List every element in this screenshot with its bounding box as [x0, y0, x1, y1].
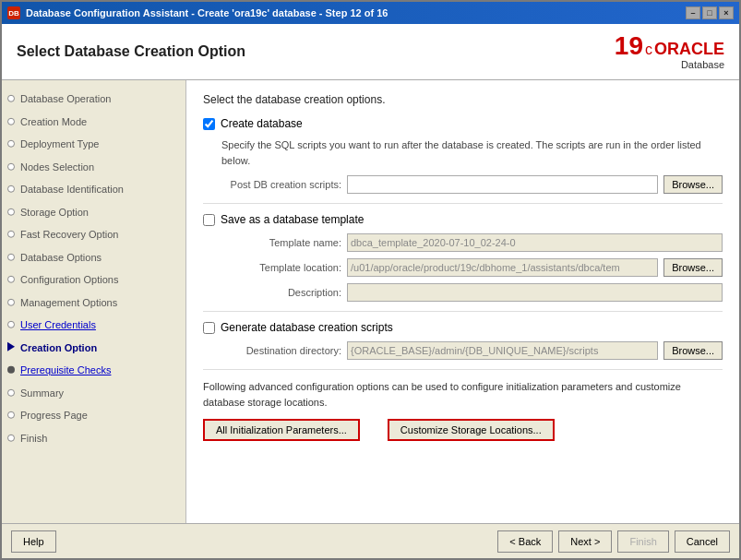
bullet-circle-icon	[7, 231, 15, 238]
oracle-version: 19	[615, 33, 643, 59]
help-button[interactable]: Help	[11, 530, 56, 553]
post-db-scripts-input[interactable]	[347, 175, 658, 194]
save-template-checkbox[interactable]	[203, 214, 215, 226]
post-db-scripts-browse-button[interactable]: Browse...	[663, 175, 723, 194]
cancel-button[interactable]: Cancel	[675, 530, 730, 553]
script-description: Specify the SQL scripts you want to run …	[221, 137, 723, 168]
advanced-buttons-area: All Initialization Parameters... Customi…	[203, 419, 723, 441]
sidebar-item-nodes-selection: Nodes Selection	[2, 156, 185, 179]
bullet-circle-icon	[7, 389, 15, 397]
oracle-logo: 19c ORACLE Database	[615, 33, 724, 70]
create-database-row: Create database	[203, 117, 723, 130]
create-database-block: Specify the SQL scripts you want to run …	[221, 137, 723, 194]
bullet-circle-icon	[7, 209, 15, 216]
template-browse-button[interactable]: Browse...	[663, 258, 723, 277]
create-database-checkbox[interactable]	[203, 118, 215, 130]
sidebar-item-user-credentials[interactable]: User Credentials	[2, 314, 185, 337]
bullet-circle-icon	[7, 185, 15, 193]
bullet-circle-icon	[7, 118, 15, 125]
bullet-circle-icon	[7, 299, 15, 306]
sidebar-item-storage-option: Storage Option	[2, 201, 185, 224]
title-bar: DB Database Configuration Assistant - Cr…	[2, 2, 739, 24]
main-content: Select Database Creation Option 19c ORAC…	[2, 24, 739, 558]
main-window: DB Database Configuration Assistant - Cr…	[0, 0, 741, 560]
sidebar-item-creation-mode: Creation Mode	[2, 111, 185, 134]
window-controls: – □ ×	[686, 6, 734, 19]
oracle-subtitle: Database	[615, 59, 724, 70]
template-fields-block: Template name: Template location: Browse…	[221, 233, 723, 302]
template-location-label: Template location:	[221, 262, 341, 273]
generate-scripts-row: Generate database creation scripts	[203, 321, 723, 334]
footer-right: < Back Next > Finish Cancel	[497, 530, 730, 553]
all-init-params-button[interactable]: All Initialization Parameters...	[203, 419, 360, 441]
destination-dir-row: Destination directory: Browse...	[221, 341, 723, 360]
sidebar-item-database-identification: Database Identification	[2, 178, 185, 201]
page-header: Select Database Creation Option 19c ORAC…	[2, 24, 739, 80]
minimize-button[interactable]: –	[686, 6, 700, 19]
generate-scripts-label[interactable]: Generate database creation scripts	[221, 321, 393, 334]
create-database-label[interactable]: Create database	[221, 117, 303, 130]
advanced-description: Following advanced configuration options…	[203, 379, 723, 410]
template-name-label: Template name:	[221, 237, 341, 248]
sidebar-item-deployment-type: Deployment Type	[2, 133, 185, 156]
body-area: Database Operation Creation Mode Deploym…	[2, 80, 739, 523]
bullet-circle-icon	[7, 411, 15, 419]
bullet-circle-icon	[7, 254, 15, 261]
content-panel: Select the database creation options. Cr…	[186, 80, 739, 523]
bullet-circle-icon	[7, 321, 15, 328]
save-template-row: Save as a database template	[203, 213, 723, 226]
sidebar-item-fast-recovery-option: Fast Recovery Option	[2, 223, 185, 246]
sidebar-item-creation-option[interactable]: Creation Option	[2, 337, 185, 360]
bullet-circle-icon	[7, 140, 15, 148]
template-name-row: Template name:	[221, 233, 723, 252]
bullet-circle-icon	[7, 276, 15, 283]
sidebar-item-summary: Summary	[2, 382, 185, 405]
window-title: Database Configuration Assistant - Creat…	[26, 7, 686, 18]
divider-1	[203, 203, 723, 204]
bullet-circle-icon	[7, 95, 15, 102]
oracle-superscript: c	[645, 42, 652, 58]
sidebar-item-configuration-options: Configuration Options	[2, 268, 185, 292]
bullet-arrow-icon	[7, 342, 15, 351]
page-title: Select Database Creation Option	[17, 43, 245, 60]
description-label: Description:	[221, 287, 341, 298]
finish-button[interactable]: Finish	[617, 530, 668, 553]
save-template-label[interactable]: Save as a database template	[221, 213, 364, 226]
destination-dir-label: Destination directory:	[221, 345, 341, 356]
template-name-input[interactable]	[347, 233, 723, 252]
template-location-input[interactable]	[347, 258, 658, 277]
destination-dir-input[interactable]	[347, 341, 658, 360]
generate-scripts-checkbox[interactable]	[203, 322, 215, 334]
customize-storage-button[interactable]: Customize Storage Locations...	[388, 419, 555, 441]
app-icon: DB	[7, 6, 20, 19]
divider-2	[203, 311, 723, 312]
bullet-circle-icon	[7, 435, 15, 442]
description-input[interactable]	[347, 283, 723, 302]
next-button[interactable]: Next >	[558, 530, 612, 553]
template-location-row: Template location: Browse...	[221, 258, 723, 277]
post-db-scripts-row: Post DB creation scripts: Browse...	[221, 175, 723, 194]
sidebar-item-prerequisite-checks[interactable]: Prerequisite Checks	[2, 359, 185, 382]
maximize-button[interactable]: □	[702, 6, 717, 19]
description-row: Description:	[221, 283, 723, 302]
section-description: Select the database creation options.	[203, 93, 723, 106]
sidebar-item-database-operation: Database Operation	[2, 88, 185, 111]
destination-browse-button[interactable]: Browse...	[663, 341, 723, 360]
back-button[interactable]: < Back	[497, 530, 553, 553]
bullet-dot-icon	[7, 366, 15, 374]
sidebar-item-database-options: Database Options	[2, 246, 185, 269]
footer: Help < Back Next > Finish Cancel	[2, 523, 739, 558]
bullet-circle-icon	[7, 163, 15, 171]
sidebar-item-progress-page: Progress Page	[2, 404, 185, 427]
sidebar: Database Operation Creation Mode Deploym…	[2, 80, 186, 523]
scripts-fields-block: Destination directory: Browse...	[221, 341, 723, 360]
post-db-scripts-label: Post DB creation scripts:	[221, 179, 341, 190]
sidebar-item-management-options: Management Options	[2, 292, 185, 315]
footer-left: Help	[11, 530, 56, 553]
oracle-brand: ORACLE	[654, 40, 724, 59]
close-button[interactable]: ×	[719, 6, 734, 19]
sidebar-item-finish: Finish	[2, 427, 185, 450]
divider-3	[203, 369, 723, 370]
